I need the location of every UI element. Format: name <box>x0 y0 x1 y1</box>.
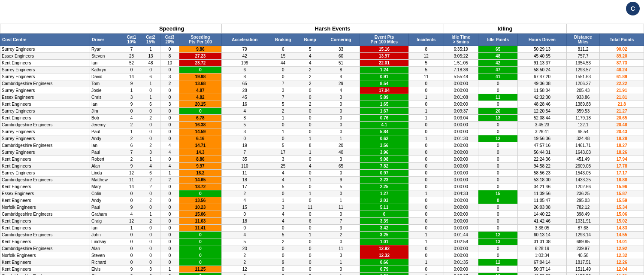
cell-cat2: 1 <box>141 46 160 53</box>
table-row: Kent Engineers Richard 0 0 0 0 2 9 0 1 0… <box>0 259 644 266</box>
cell-hours: 14:40:22 <box>518 211 566 218</box>
cell-accel: 4 <box>221 197 268 204</box>
cell-idle-pts: 42 <box>478 60 518 67</box>
cell-spd-pts: 4.87 <box>179 87 221 94</box>
cell-brake: 5 <box>268 142 298 149</box>
cell-brake: 0 <box>268 225 298 232</box>
cell-incidents: 0 <box>408 101 444 108</box>
cell-idle-pts: 0 <box>478 183 518 190</box>
cell-hours: 49:36:08 <box>518 80 566 87</box>
cell-bump: 0 <box>298 259 322 266</box>
cell-accel: 110 <box>221 163 268 170</box>
cell-cat1: 4 <box>122 115 141 122</box>
cell-idle-time: 0:00:00 <box>444 149 478 156</box>
cell-brake: 44 <box>268 60 298 67</box>
cell-cat3: 0 <box>160 135 179 142</box>
cell-cat1: 9 <box>122 204 141 211</box>
cell-incidents: 1 <box>408 115 444 122</box>
cell-driver: Ian <box>90 225 122 232</box>
cell-cat2: 1 <box>141 156 160 163</box>
cell-corner: 0 <box>322 190 360 197</box>
cell-cat1: 9 <box>122 101 141 108</box>
cell-idle-pts: 0 <box>478 197 518 204</box>
cell-cat3: 0 <box>160 273 179 275</box>
table-row: Kent Engineers Robert 2 1 0 8.86 35 3 0 … <box>0 156 644 163</box>
cell-cat1: 12 <box>122 170 141 177</box>
cell-corner: 3 <box>322 225 360 232</box>
cell-hours: 67:04:14 <box>518 259 566 266</box>
cell-driver: Paul <box>90 204 122 211</box>
cell-cat1: 0 <box>122 245 141 252</box>
cell-idle-pts: 0 <box>478 204 518 211</box>
cell-cat2: 0 <box>141 108 160 115</box>
cell-spd-pts: 0 <box>179 67 221 73</box>
cell-spd-pts: 0 <box>179 259 221 266</box>
cell-cost: Surrey Engineers <box>0 73 90 80</box>
cell-cat3: 0 <box>160 115 179 122</box>
cell-cost: Cambridgeshire Engineers <box>0 273 90 275</box>
cell-bump: 0 <box>298 197 322 204</box>
cell-bump: 0 <box>298 183 322 190</box>
table-row: Cambridgeshire Engineers Ian 6 2 4 14.71… <box>0 142 644 149</box>
cell-dist: 295.03 <box>566 197 600 204</box>
cell-accel: 9 <box>221 273 268 275</box>
cell-incidents: 0 <box>408 252 444 259</box>
cell-brake: 4 <box>268 218 298 225</box>
cell-evt-pts: 3.42 <box>360 225 408 232</box>
cell-driver: Matthew <box>90 177 122 183</box>
cell-idle-time: 0:04:33 <box>444 190 478 197</box>
cell-driver: Ian <box>90 60 122 67</box>
cell-idle-pts: 0 <box>478 128 518 135</box>
cell-cat2: 0 <box>141 238 160 245</box>
cell-incidents: 0 <box>408 245 444 252</box>
cell-corner: 0 <box>322 122 360 128</box>
cell-driver: Steven <box>90 252 122 259</box>
cell-cat1: 0 <box>122 67 141 73</box>
cell-idle-pts: 0 <box>478 177 518 183</box>
cell-cat1: 28 <box>122 53 141 60</box>
cell-evt-pts: 0 <box>360 211 408 218</box>
cell-cat1: 3 <box>122 94 141 101</box>
table-row: Essex Engineers Colin 0 0 0 0 2 0 1 0 1.… <box>0 190 644 197</box>
table-row: Surrey Engineers Paul 1 0 0 14.59 3 1 0 … <box>0 128 644 135</box>
cell-cat2: 0 <box>141 122 160 128</box>
cell-idle-time: 0:00:00 <box>444 163 478 170</box>
cell-idle-time: 0:00:00 <box>444 211 478 218</box>
cell-bump: 0 <box>298 170 322 177</box>
cell-dist: 205.43 <box>566 87 600 94</box>
cell-brake: 17 <box>268 149 298 156</box>
cell-idle-time: 0:00:00 <box>444 87 478 94</box>
table-row: Cambridgeshire Engineers Clive 0 0 0 0 9… <box>0 273 644 275</box>
cell-idle-time: 7:18:36 <box>444 67 478 73</box>
cell-total: 61.89 <box>600 73 644 80</box>
cell-hours: 91:13:37 <box>518 60 566 67</box>
table-row: Essex Engineers Chris 3 1 0 4.82 45 7 0 … <box>0 94 644 101</box>
cell-incidents: 1 <box>408 94 444 101</box>
cell-idle-pts: 12 <box>478 135 518 142</box>
cell-incidents: 0 <box>408 149 444 156</box>
cell-cat3: 0 <box>160 108 179 115</box>
cell-idle-pts: 13 <box>478 238 518 245</box>
cell-cost: Surrey Engineers <box>0 135 90 142</box>
cell-total: 87.73 <box>600 60 644 67</box>
cell-spd-pts: 16.38 <box>179 122 221 128</box>
cell-cat3: 4 <box>160 149 179 156</box>
cell-cat3: 0 <box>160 259 179 266</box>
cell-incidents: 0 <box>408 211 444 218</box>
cell-spd-pts: 0 <box>179 190 221 197</box>
cell-idle-time: 0:00:00 <box>444 218 478 225</box>
cell-cost: Kent Engineers <box>0 197 90 204</box>
cell-cat2: 2 <box>141 197 160 204</box>
cell-dist: 398.49 <box>566 211 600 218</box>
cell-accel: 45 <box>221 94 268 101</box>
cell-brake: 7 <box>268 94 298 101</box>
cell-cat3: 0 <box>160 252 179 259</box>
cell-incidents: 0 <box>408 128 444 135</box>
cell-cat2: 1 <box>141 94 160 101</box>
col-accel: Acceleration <box>221 34 268 46</box>
cell-cost: Kent Engineers <box>0 259 90 266</box>
cell-cat2: 4 <box>141 163 160 170</box>
cell-spd-pts: 11.63 <box>179 218 221 225</box>
cell-idle-pts: 0 <box>478 149 518 156</box>
cell-evt-pts: 5.89 <box>360 94 408 101</box>
